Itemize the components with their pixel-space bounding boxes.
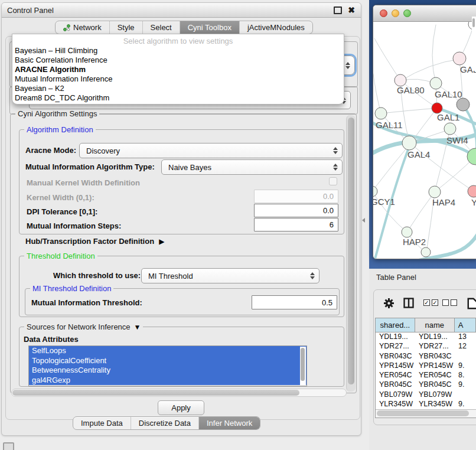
hub-definition-expander[interactable]: Hub/Transcription Factor Definition ▶ [25,237,164,246]
table-row[interactable]: YDR27...YDR27...12 [376,342,476,351]
table-row[interactable]: YER054CYER054C8. [376,371,476,380]
bottom-tab-label: Infer Network [207,419,252,428]
bottom-tab-impute-data[interactable]: Impute Data [73,417,131,429]
settings-horizontal-scrollbar[interactable] [11,389,347,397]
document-icon[interactable] [467,298,476,309]
network-node[interactable] [421,247,431,257]
network-node-hap4[interactable] [429,186,441,198]
node-label: SWI4 [446,135,468,145]
table-row[interactable]: YDL19...YDL19...13 [376,332,476,342]
network-node-gal80[interactable] [395,74,406,86]
table-cell: YDL19... [376,332,415,342]
network-node-gal11[interactable] [375,107,387,119]
scrollbar-thumb[interactable] [301,348,305,381]
combo-stepper-icon [331,147,342,154]
list-vertical-scrollbar[interactable] [300,347,306,385]
deselect-all-checkboxes-icon[interactable] [442,299,457,306]
dpi-tolerance-label: DPI Tolerance [0,1]: [27,207,97,216]
network-node-gal10[interactable] [430,77,442,89]
scrollbar-thumb[interactable] [377,410,469,416]
minimized-panel-icon[interactable] [3,442,14,450]
network-node-hap2[interactable] [402,227,412,237]
mi-threshold-group-title: MI Threshold Definition [30,284,113,293]
attribute-list-item[interactable]: BetweennessCentrality [29,366,307,376]
float-window-icon[interactable] [334,6,342,14]
tab-cyni-toolbox[interactable]: Cyni Toolbox [180,21,240,34]
dpi-tolerance-field[interactable]: 0.0 [254,204,338,217]
node-label: Y [471,197,476,207]
network-view-window: GALGAL80GAL10GAL1GAL11SWI4GAL4GCY1HAP4YH… [373,5,476,259]
which-threshold-combobox[interactable]: MI Threshold [141,268,319,283]
dropdown-item[interactable]: Mutual Information Inference [12,74,344,84]
bottom-tab-infer-network[interactable]: Infer Network [199,417,260,429]
network-node-gal4[interactable] [402,136,416,150]
apply-button[interactable]: Apply [158,400,204,415]
attribute-list-item[interactable]: SelfLoops [29,346,307,356]
tab-network[interactable]: Network [56,21,110,34]
select-all-checkboxes-icon[interactable]: ✓✓ [423,299,438,306]
network-node-gal[interactable] [453,52,466,65]
table-cell: 13 [455,332,476,342]
dropdown-item[interactable]: Bayesian – Hill Climbing [12,46,344,56]
data-attributes-list[interactable]: SelfLoopsTopologicalCoefficientBetweenne… [28,345,307,386]
column-header[interactable]: shared... [376,318,415,332]
manual-kernel-checkbox[interactable] [329,177,337,185]
table-row[interactable]: YLR345WYLR345W9. [376,400,476,409]
minimize-traffic-light-icon[interactable] [392,9,399,17]
column-header[interactable]: name [415,318,455,332]
table-horizontal-scrollbar[interactable] [376,409,476,418]
network-edge[interactable] [400,59,459,81]
column-header[interactable]: A [455,318,476,332]
table-row[interactable]: YBR043CYBR043C [376,352,476,361]
network-node[interactable] [457,98,470,111]
kernel-width-field[interactable]: 0.0 [254,190,338,203]
network-node-gcy1[interactable] [373,186,377,197]
tab-select[interactable]: Select [143,21,180,34]
network-node-y[interactable] [468,185,476,197]
attribute-list-item[interactable]: TopologicalCoefficient [29,356,307,366]
dropdown-item[interactable]: ARACNE Algorithm [12,65,344,74]
column-layout-icon[interactable] [403,298,414,308]
dropdown-item[interactable]: Bayesian – K2 [12,84,344,93]
dropdown-item[interactable]: Dream8 DC_TDC Algorithm [12,93,344,103]
tab-label: Select [151,23,172,32]
mi-steps-field[interactable]: 6 [254,218,338,231]
table-cell: YDR27... [376,342,415,351]
close-traffic-light-icon[interactable] [380,9,387,17]
mi-type-label: Mutual Information Algorithm Type: [25,162,155,171]
combo-stepper-icon [343,62,354,69]
mi-algorithm-type-combobox[interactable]: Naive Bayes [161,159,343,175]
expander-collapsed-icon: ▶ [159,237,164,246]
tab-style[interactable]: Style [110,21,143,34]
table-cell: 9. [455,380,476,390]
close-icon[interactable]: ✖ [348,3,355,17]
table-cell: YBR045C [415,380,455,390]
scrollbar-thumb[interactable] [12,390,299,396]
tab-jactivemnodules[interactable]: jActiveMNodules [240,21,312,34]
node-attribute-table[interactable]: shared...nameA YDL19...YDL19...13YDR27..… [375,318,476,418]
zoom-traffic-light-icon[interactable] [403,9,411,17]
node-label: GCY1 [373,197,395,207]
network-node-swi4[interactable] [444,123,456,135]
table-cell [455,390,476,400]
table-cell: YBR043C [415,352,455,361]
table-row[interactable]: YBR045CYBR045C9. [376,380,476,390]
bottom-tab-discretize-data[interactable]: Discretize Data [131,417,199,429]
network-edge[interactable] [432,25,436,84]
aracne-mode-combobox[interactable]: Discovery [79,143,343,158]
network-edge[interactable] [374,38,400,80]
scrollbar-thumb[interactable] [348,118,354,384]
network-edge[interactable] [381,108,437,113]
table-row[interactable]: YBL079WYBL079W [376,390,476,400]
attribute-list-item[interactable]: gal4RGexp [29,376,307,386]
table-row[interactable]: YPR145WYPR145W9. [376,361,476,371]
network-canvas[interactable]: GALGAL80GAL10GAL1GAL11SWI4GAL4GCY1HAP4YH… [373,22,476,259]
settings-vertical-scrollbar[interactable] [346,115,356,392]
network-window-titlebar[interactable] [373,5,476,22]
split-pane-collapse-icon[interactable] [362,218,365,223]
expander-expanded-icon[interactable]: ▼ [134,323,141,331]
gear-icon[interactable] [383,298,395,309]
dropdown-item[interactable]: Basic Correlation Inference [12,56,344,65]
network-scrollbar-thumb[interactable] [472,18,475,27]
mi-threshold-field[interactable]: 0.5 [252,295,337,309]
